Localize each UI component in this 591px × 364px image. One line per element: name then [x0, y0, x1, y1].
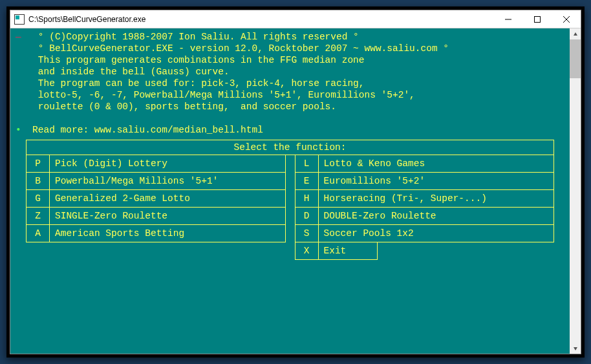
menu-item-lotto-keno[interactable]: L Lotto & Keno Games [295, 155, 555, 173]
menu-item-generalized[interactable]: G Generalized 2-Game Lotto [26, 190, 286, 208]
menu-item-single-zero[interactable]: Z SINGLE-Zero Roulette [26, 208, 286, 225]
intro-line-2: ° BellCurveGenerator.EXE - version 12.0,… [38, 43, 449, 54]
menu-key: H [296, 190, 319, 207]
minimize-button[interactable] [493, 10, 522, 28]
menu-label: Horseracing (Tri-, Super-...) [319, 190, 554, 207]
menu-key: P [27, 155, 50, 172]
menu-label: SINGLE-Zero Roulette [50, 208, 285, 224]
menu-item-american-sports[interactable]: A American Sports Betting [26, 225, 286, 242]
menu-key: A [27, 225, 50, 242]
svg-rect-1 [534, 16, 540, 22]
menu-item-exit[interactable]: X Exit [295, 242, 378, 260]
menu-item-euromillions[interactable]: E Euromillions '5+2' [295, 173, 555, 190]
menu-label: Exit [319, 242, 377, 259]
scroll-track[interactable] [570, 39, 581, 343]
menu-left-column: P Pick (Digit) Lottery B Powerball/Mega … [26, 155, 286, 242]
window-border: C:\Sports\BellCurveGenerator.exe — ° (C)… [6, 6, 585, 358]
menu-item-pick[interactable]: P Pick (Digit) Lottery [26, 155, 286, 173]
titlebar[interactable]: C:\Sports\BellCurveGenerator.exe [10, 10, 581, 28]
menu-key: G [27, 190, 50, 207]
menu-right-column: L Lotto & Keno Games E Euromillions '5+2… [295, 155, 555, 242]
menu-label: Powerball/Mega Millions '5+1' [50, 173, 285, 189]
scroll-up-button[interactable] [570, 28, 581, 39]
menu-key: D [296, 208, 319, 224]
menu-label: Soccer Pools 1x2 [319, 225, 554, 242]
menu-item-soccer-pools[interactable]: S Soccer Pools 1x2 [295, 225, 555, 242]
intro-line-7: roulette (0 & 00), sports betting, and s… [38, 102, 336, 112]
menu-label: DOUBLE-Zero Roulette [319, 208, 554, 224]
intro-text: — ° (C)Copyright 1988-2007 Ion Saliu. Al… [16, 31, 564, 136]
menu-key: L [296, 155, 319, 172]
svg-marker-5 [574, 347, 577, 350]
close-button[interactable] [552, 10, 581, 28]
menu-item-horseracing[interactable]: H Horseracing (Tri-, Super-...) [295, 190, 555, 208]
intro-line-1: ° (C)Copyright 1988-2007 Ion Saliu. All … [38, 32, 359, 42]
maximize-button[interactable] [522, 10, 552, 28]
menu-label: Generalized 2-Game Lotto [50, 190, 285, 207]
cursor-mark: — [16, 32, 21, 42]
intro-line-3: This program generates combinations in t… [38, 55, 365, 65]
menu-title: Select the function: [26, 140, 554, 155]
menu-key: B [27, 173, 50, 189]
intro-line-6: lotto-5, -6, -7, Powerball/Mega Millions… [38, 90, 415, 100]
menu-key: S [296, 225, 319, 242]
menu-item-powerball[interactable]: B Powerball/Mega Millions '5+1' [26, 173, 286, 190]
intro-line-5: The program can be used for: pick-3, pic… [38, 78, 365, 89]
menu-label: Lotto & Keno Games [319, 155, 554, 172]
svg-marker-4 [574, 32, 577, 36]
menu-key: Z [27, 208, 50, 224]
scroll-down-button[interactable] [570, 343, 581, 354]
window-title: C:\Sports\BellCurveGenerator.exe [28, 15, 493, 24]
console-area[interactable]: — ° (C)Copyright 1988-2007 Ion Saliu. Al… [10, 28, 570, 354]
menu-key: X [296, 242, 319, 259]
menu-key: E [296, 173, 319, 189]
menu-label: American Sports Betting [50, 225, 285, 242]
intro-line-4: and inside the bell (Gauss) curve. [38, 67, 230, 77]
vertical-scrollbar[interactable] [570, 28, 581, 354]
bullet-icon: • [16, 125, 21, 135]
menu-label: Euromillions '5+2' [319, 173, 554, 189]
scroll-thumb[interactable] [570, 39, 581, 78]
menu-label: Pick (Digit) Lottery [50, 155, 285, 172]
menu-item-double-zero[interactable]: D DOUBLE-Zero Roulette [295, 208, 555, 225]
app-icon [14, 14, 25, 25]
window: C:\Sports\BellCurveGenerator.exe — ° (C)… [10, 10, 581, 354]
readmore-line: Read more: www.saliu.com/median_bell.htm… [32, 125, 263, 135]
